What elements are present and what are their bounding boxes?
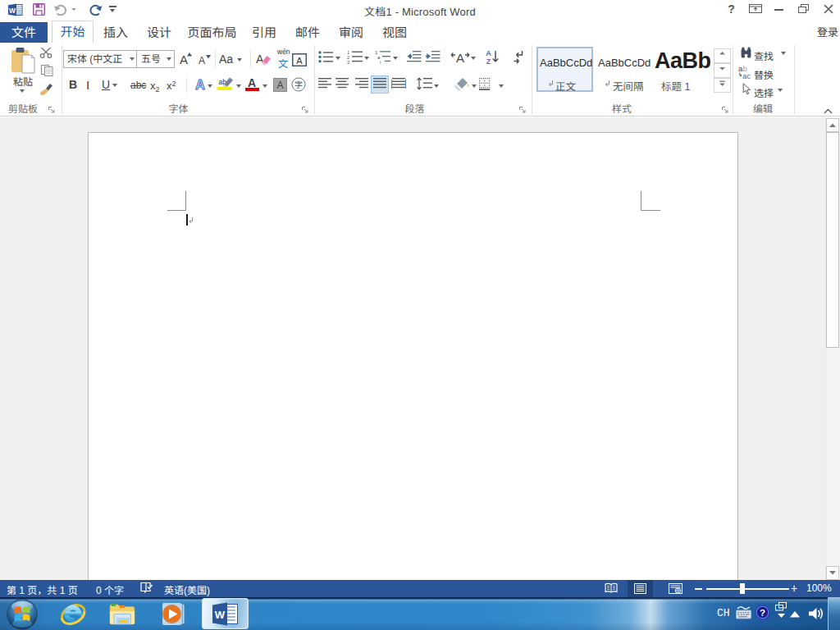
svg-text:A: A [486,49,491,57]
svg-text:i: i [380,60,381,65]
svg-text:ac: ac [742,71,751,80]
svg-text:A: A [276,80,283,91]
svg-text:字: 字 [294,78,303,90]
svg-text:?: ? [760,608,765,618]
svg-text:3: 3 [347,60,349,65]
svg-text:A: A [296,56,303,66]
svg-text:W: W [215,609,226,621]
svg-text:A: A [195,78,205,92]
svg-text:Z: Z [486,57,491,66]
